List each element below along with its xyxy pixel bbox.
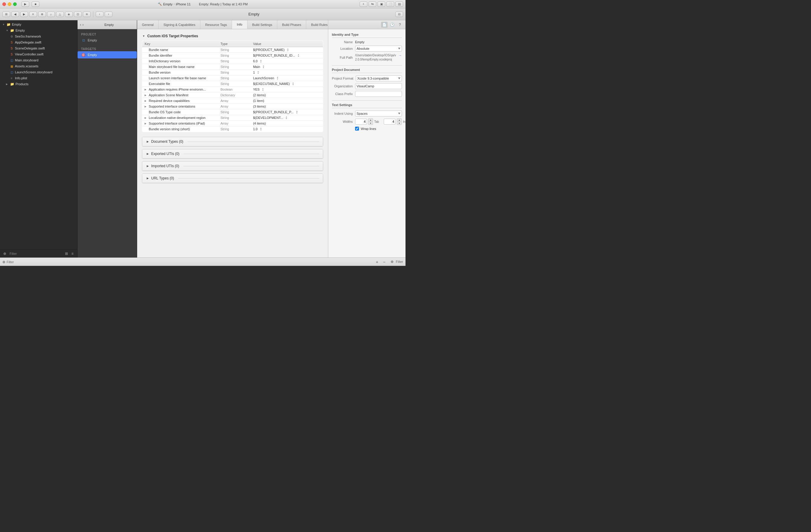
nav-left-btn[interactable]: ◀ [11,12,19,17]
table-row[interactable]: Bundle version string (short)String1.0▲▼ [142,126,323,132]
stepper-down[interactable]: ▼ [286,118,288,120]
layout-btn-3[interactable]: ▤ [395,1,403,7]
stepper-down[interactable]: ▼ [292,84,294,85]
row-expand-arrow[interactable]: ▶ [144,99,148,102]
table-row[interactable]: InfoDictionary versionString6.0▲▼ [142,59,323,64]
inspector-classprefix-field[interactable] [355,91,402,97]
tab-build-rules[interactable]: Build Rules [306,20,328,29]
row-expand-arrow[interactable]: ▶ [144,122,148,125]
row-expand-arrow[interactable]: ▶ [144,94,148,97]
stepper-down[interactable]: ▼ [260,61,262,63]
table-row[interactable]: ▶Supported interface orientationsArray(3… [142,104,323,109]
sidebar-item-assets[interactable]: ▦ Assets.xcassets [0,63,77,69]
row-stepper[interactable]: ▲▼ [292,82,294,85]
sidebar-toggle[interactable]: ⊞ [2,12,10,17]
row-expand-arrow[interactable]: ▶ [144,116,148,119]
add-tab-button[interactable]: + [359,1,367,7]
row-stepper[interactable]: ▲▼ [257,71,259,74]
nav-breakpoints-btn[interactable]: ◈ [65,12,73,17]
inspector-indent-select[interactable]: Spaces Tabs [355,111,402,116]
split-button[interactable]: ⇆ [369,1,376,7]
stepper-down[interactable]: ▼ [262,90,264,91]
row-stepper[interactable]: ▲▼ [286,116,288,120]
table-row[interactable]: ▶Application Scene ManifestDictionary(2 … [142,92,323,98]
layout-btn-1[interactable]: ▣ [378,1,385,7]
table-row[interactable]: Bundle identifierString$(PRODUCT_BUNDLE_… [142,53,323,59]
stepper-down[interactable]: ▼ [277,78,278,80]
tab-info[interactable]: Info [232,20,247,29]
table-row[interactable]: Launch screen interface file base nameSt… [142,75,323,81]
sidebar-item-launchscreen[interactable]: ◫ LaunchScreen.storyboard [0,69,77,75]
navigator-back[interactable]: ‹ [80,22,81,27]
tab-signing[interactable]: Signing & Capabilities [159,20,200,29]
row-stepper[interactable]: ▲▼ [287,48,289,51]
row-stepper[interactable]: ▲▼ [296,110,298,114]
tab-stepper-down[interactable]: ▼ [369,122,373,125]
inspector-format-select[interactable]: Xcode 9.3-compatible Xcode 8.0-compatibl… [356,75,402,81]
sidebar-item-seeso[interactable]: ⚙ SeeSo.framework [0,33,77,40]
nav-tests-btn[interactable]: ⊡ [74,12,82,17]
inspector-tab-input[interactable] [355,119,367,125]
row-stepper[interactable]: ▲▼ [277,76,278,80]
table-row[interactable]: ▶Application requires iPhone environm...… [142,87,323,92]
row-stepper[interactable]: ▲▼ [262,88,264,91]
layout-btn-2[interactable]: ⬜ [386,1,394,7]
row-expand-arrow[interactable]: ▶ [144,88,148,91]
nav-report-btn[interactable]: ≋ [83,12,91,17]
tab-stepper-up[interactable]: ▲ [369,119,373,122]
row-stepper[interactable]: ▲▼ [260,127,262,131]
nav-hierarchy-btn[interactable]: ≡ [29,12,37,17]
table-row[interactable]: ▶Required device capabilitiesArray(1 ite… [142,98,323,104]
nav-back-btn[interactable]: ‹ [96,12,104,17]
add-item-btn[interactable]: + [374,260,380,264]
document-types-header[interactable]: ▶ Document Types (0) [142,137,323,146]
stepper-down[interactable]: ▼ [297,56,299,57]
indent-stepper-down[interactable]: ▼ [397,122,401,125]
table-row[interactable]: Bundle OS Type codeString$(PRODUCT_BUNDL… [142,109,323,115]
inspector-tab-help[interactable]: ? [397,22,403,28]
table-row[interactable]: Main storyboard file base nameStringMain… [142,64,323,70]
remove-item-btn[interactable]: − [381,260,387,264]
table-row[interactable]: Bundle nameString$(PRODUCT_NAME)▲▼ [142,47,323,53]
custom-ios-header[interactable]: ▼ Custom iOS Target Properties [142,34,323,38]
tab-build-settings[interactable]: Build Settings [247,20,277,29]
nav-project-item[interactable]: ⊡ Empty [78,37,137,44]
nav-target-item[interactable]: 🎯 Empty [78,51,137,59]
sidebar-item-infoplist[interactable]: ≡ Info.plist [0,75,77,81]
indent-stepper-up[interactable]: ▲ [397,119,401,122]
nav-fwd-btn[interactable]: › [105,12,112,17]
tab-resource-tags[interactable]: Resource Tags [200,20,232,29]
tab-build-phases[interactable]: Build Phases [277,20,306,29]
table-row[interactable]: Bundle versionString1▲▼ [142,70,323,75]
table-row[interactable]: Executable fileString$(EXECUTABLE_NAME)▲… [142,81,323,87]
inspector-org-field[interactable] [355,83,402,89]
stepper-down[interactable]: ▼ [257,73,259,74]
imported-utis-header[interactable]: ▶ Imported UTIs (0) [142,161,323,171]
stop-button[interactable]: ■ [32,1,40,7]
row-stepper[interactable]: ▲▼ [263,65,264,68]
sidebar-item-viewcontroller[interactable]: S ViewController.swift [0,51,77,57]
sidebar-view-toggle-2[interactable]: ≡ [70,251,75,256]
exported-utis-header[interactable]: ▶ Exported UTIs (0) [142,149,323,159]
url-types-header[interactable]: ▶ URL Types (0) [142,174,323,183]
sidebar-products-header[interactable]: ▶ 📁 Products [0,81,77,87]
row-expand-arrow[interactable]: ▶ [144,105,148,108]
nav-issues-btn[interactable]: △ [56,12,64,17]
nav-right-btn[interactable]: ▶ [20,12,28,17]
run-button[interactable]: ▶ [21,1,29,7]
inspector-indent-input[interactable] [384,119,396,125]
stepper-down[interactable]: ▼ [296,112,298,114]
tab-general[interactable]: General [137,20,159,29]
sidebar-item-scenedelegate[interactable]: S SceneDelegate.swift [0,45,77,51]
stepper-down[interactable]: ▼ [260,129,262,131]
inspector-tab-history[interactable]: 🕐 [389,22,395,28]
table-row[interactable]: ▶Localization native development regionS… [142,115,323,121]
maximize-button[interactable] [13,2,17,6]
sidebar-item-appdelegate[interactable]: S AppDelegate.swift [0,40,77,45]
sidebar-group-empty-root[interactable]: ▼ 📁 Empty [0,21,77,28]
inspector-tab-file[interactable]: 📄 [381,22,388,28]
table-row[interactable]: ▶Supported interface orientations (iPad)… [142,121,323,126]
stepper-down[interactable]: ▼ [263,67,264,68]
row-stepper[interactable]: ▲▼ [297,54,299,57]
wrap-lines-checkbox[interactable] [355,127,359,130]
